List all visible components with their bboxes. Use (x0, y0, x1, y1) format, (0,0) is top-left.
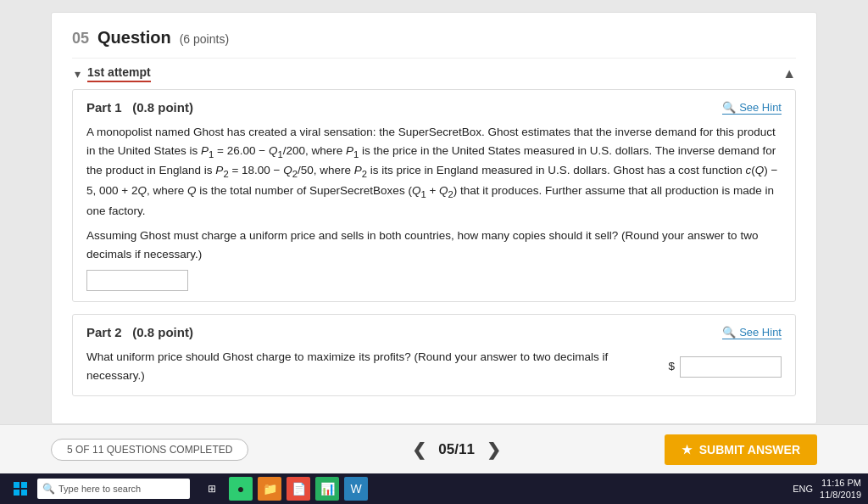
attempt-section: ▾ 1st attempt ▲ Part 1 (0.8 point) 🔍 (72, 58, 796, 396)
question-points: (6 points) (180, 32, 229, 46)
question-card: 05 Question (6 points) ▾ 1st attempt ▲ P… (51, 12, 817, 424)
hint-icon-2: 🔍 (722, 326, 736, 339)
chrome-icon: ● (237, 482, 244, 496)
star-icon: ★ (682, 443, 693, 456)
prev-nav-button[interactable]: ❮ (412, 440, 426, 460)
dollar-symbol: $ (668, 357, 675, 376)
part2-question-text: What uniform price should Ghost charge t… (86, 348, 652, 384)
chrome-app-button[interactable]: ● (229, 477, 253, 501)
search-icon-taskbar: 🔍 (42, 483, 55, 495)
question-title: Question (97, 28, 171, 48)
parts-container: Part 1 (0.8 point) 🔍 See Hint A monopoli… (72, 89, 796, 396)
progress-label: 5 OF 11 QUESTIONS COMPLETED (67, 444, 232, 456)
task-view-button[interactable]: ⊞ (200, 477, 224, 501)
svg-rect-1 (21, 482, 27, 488)
part2-dollar-row: What uniform price should Ghost charge t… (86, 348, 782, 384)
windows-icon (14, 482, 27, 496)
bottom-bar: 5 OF 11 QUESTIONS COMPLETED ❮ 05/11 ❯ ★ … (0, 424, 868, 473)
attempt-left: ▾ 1st attempt (72, 65, 151, 82)
folder-icon: 📁 (263, 482, 277, 496)
attempt-header: ▾ 1st attempt ▲ (72, 65, 796, 82)
taskbar-search-bar[interactable]: 🔍 Type here to search (37, 479, 190, 499)
part2-answer-input[interactable] (680, 356, 782, 378)
svg-rect-0 (14, 482, 19, 488)
excel-app-button[interactable]: 📊 (315, 477, 339, 501)
part1-see-hint-button[interactable]: 🔍 See Hint (722, 101, 782, 115)
task-view-icon: ⊞ (208, 483, 216, 495)
part1-section: Part 1 (0.8 point) 🔍 See Hint A monopoli… (72, 89, 796, 302)
windows-start-button[interactable] (7, 477, 34, 501)
word-app-button[interactable]: W (344, 477, 368, 501)
submit-answer-button[interactable]: ★ SUBMIT ANSWER (665, 434, 817, 465)
svg-rect-3 (21, 490, 27, 496)
taskbar: 🔍 Type here to search ⊞ ● 📁 📄 📊 W ENG 11… (0, 473, 868, 504)
part2-header: Part 2 (0.8 point) 🔍 See Hint (86, 325, 782, 339)
part2-section: Part 2 (0.8 point) 🔍 See Hint What unifo… (72, 314, 796, 395)
pdf-icon: 📄 (292, 482, 306, 496)
taskbar-search-label: Type here to search (58, 484, 141, 494)
progress-pill: 5 OF 11 QUESTIONS COMPLETED (51, 439, 248, 461)
pdf-app-button[interactable]: 📄 (287, 477, 310, 501)
excel-icon: 📊 (320, 482, 335, 496)
hint-icon: 🔍 (722, 101, 736, 114)
next-nav-button[interactable]: ❯ (487, 440, 501, 460)
taskbar-time: 11:16 PM 11/8/2019 (820, 477, 861, 501)
part2-see-hint-button[interactable]: 🔍 See Hint (722, 326, 782, 339)
chevron-down-icon[interactable]: ▾ (72, 69, 82, 79)
arrow-up-icon[interactable]: ▲ (782, 66, 796, 81)
attempt-label: 1st attempt (87, 65, 151, 82)
taskbar-lang: ENG (793, 484, 813, 494)
svg-rect-2 (14, 490, 19, 496)
part2-body: What uniform price should Ghost charge t… (86, 348, 782, 384)
part1-title: Part 1 (0.8 point) (86, 100, 193, 115)
taskbar-apps: ⊞ ● 📁 📄 📊 W (200, 477, 368, 501)
folder-app-button[interactable]: 📁 (258, 477, 281, 501)
part1-header: Part 1 (0.8 point) 🔍 See Hint (86, 100, 782, 115)
part1-body: A monopolist named Ghost has created a v… (86, 123, 782, 291)
taskbar-right: ENG 11:16 PM 11/8/2019 (793, 477, 861, 501)
part1-description: A monopolist named Ghost has created a v… (86, 123, 782, 220)
main-content: 05 Question (6 points) ▾ 1st attempt ▲ P… (0, 0, 868, 424)
part1-answer-input[interactable] (86, 270, 188, 291)
question-header: 05 Question (6 points) (72, 28, 796, 48)
part2-title: Part 2 (0.8 point) (86, 325, 193, 339)
nav-controls: ❮ 05/11 ❯ (412, 440, 501, 460)
question-number: 05 (72, 30, 89, 48)
part1-question-text: Assuming Ghost must charge a uniform pri… (86, 227, 782, 263)
word-icon: W (350, 482, 361, 496)
nav-page-number: 05/11 (438, 441, 475, 458)
